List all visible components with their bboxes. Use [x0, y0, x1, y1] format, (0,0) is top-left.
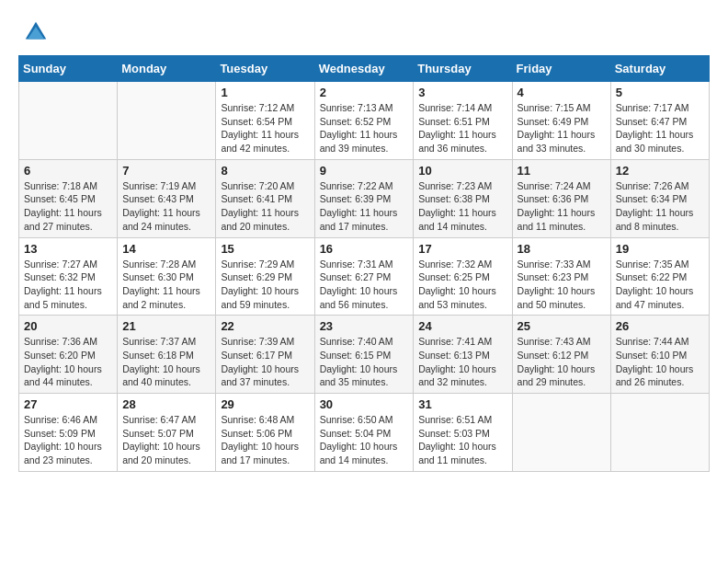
- weekday-header-wednesday: Wednesday: [314, 56, 414, 82]
- calendar-cell: 15 Sunrise: 7:29 AMSunset: 6:29 PMDaylig…: [216, 237, 314, 316]
- day-number: 25: [518, 319, 606, 333]
- day-detail: Sunrise: 7:43 AMSunset: 6:12 PMDaylight:…: [518, 335, 606, 389]
- day-detail: Sunrise: 7:13 AMSunset: 6:52 PMDaylight:…: [320, 101, 409, 155]
- day-number: 11: [518, 164, 606, 178]
- calendar-cell: [118, 82, 216, 160]
- day-detail: Sunrise: 7:27 AMSunset: 6:32 PMDaylight:…: [24, 258, 112, 312]
- calendar-cell: 9 Sunrise: 7:22 AMSunset: 6:39 PMDayligh…: [314, 159, 414, 237]
- day-number: 4: [518, 86, 606, 99]
- calendar-cell: 31 Sunrise: 6:51 AMSunset: 5:03 PMDaylig…: [414, 394, 512, 472]
- calendar-cell: 30 Sunrise: 6:50 AMSunset: 5:04 PMDaylig…: [314, 394, 414, 472]
- day-number: 23: [320, 319, 409, 333]
- day-number: 5: [616, 86, 704, 99]
- calendar-cell: 19 Sunrise: 7:35 AMSunset: 6:22 PMDaylig…: [610, 237, 709, 316]
- calendar-week-row: 1 Sunrise: 7:12 AMSunset: 6:54 PMDayligh…: [19, 82, 710, 160]
- day-detail: Sunrise: 6:46 AMSunset: 5:09 PMDaylight:…: [24, 413, 112, 467]
- day-detail: Sunrise: 7:26 AMSunset: 6:34 PMDaylight:…: [616, 179, 704, 234]
- calendar-cell: 12 Sunrise: 7:26 AMSunset: 6:34 PMDaylig…: [610, 159, 709, 237]
- calendar-cell: 21 Sunrise: 7:37 AMSunset: 6:18 PMDaylig…: [118, 316, 216, 394]
- day-detail: Sunrise: 7:14 AMSunset: 6:51 PMDaylight:…: [418, 101, 506, 155]
- weekday-header-monday: Monday: [118, 56, 216, 82]
- calendar-cell: 18 Sunrise: 7:33 AMSunset: 6:23 PMDaylig…: [512, 237, 610, 316]
- day-number: 13: [24, 242, 112, 256]
- day-number: 9: [320, 164, 409, 178]
- day-detail: Sunrise: 7:35 AMSunset: 6:22 PMDaylight:…: [616, 258, 704, 312]
- day-detail: Sunrise: 7:41 AMSunset: 6:13 PMDaylight:…: [418, 335, 506, 389]
- calendar-cell: 23 Sunrise: 7:40 AMSunset: 6:15 PMDaylig…: [314, 316, 414, 394]
- day-number: 20: [24, 319, 112, 333]
- calendar-cell: 13 Sunrise: 7:27 AMSunset: 6:32 PMDaylig…: [19, 237, 118, 316]
- weekday-header-tuesday: Tuesday: [216, 56, 314, 82]
- day-number: 22: [221, 319, 309, 333]
- day-detail: Sunrise: 7:36 AMSunset: 6:20 PMDaylight:…: [24, 335, 112, 389]
- calendar-cell: 17 Sunrise: 7:32 AMSunset: 6:25 PMDaylig…: [414, 237, 512, 316]
- day-number: 21: [122, 319, 210, 333]
- day-number: 14: [122, 242, 210, 256]
- calendar-cell: 25 Sunrise: 7:43 AMSunset: 6:12 PMDaylig…: [512, 316, 610, 394]
- day-detail: Sunrise: 7:19 AMSunset: 6:43 PMDaylight:…: [122, 179, 210, 234]
- day-detail: Sunrise: 7:18 AMSunset: 6:45 PMDaylight:…: [24, 179, 112, 234]
- day-detail: Sunrise: 7:24 AMSunset: 6:36 PMDaylight:…: [518, 179, 606, 234]
- weekday-header-friday: Friday: [512, 56, 610, 82]
- logo-icon: [22, 18, 50, 46]
- day-detail: Sunrise: 7:28 AMSunset: 6:30 PMDaylight:…: [122, 258, 210, 312]
- day-detail: Sunrise: 6:51 AMSunset: 5:03 PMDaylight:…: [418, 413, 506, 467]
- day-number: 29: [221, 397, 309, 411]
- calendar-cell: 29 Sunrise: 6:48 AMSunset: 5:06 PMDaylig…: [216, 394, 314, 472]
- day-detail: Sunrise: 7:12 AMSunset: 6:54 PMDaylight:…: [221, 101, 309, 155]
- day-detail: Sunrise: 7:32 AMSunset: 6:25 PMDaylight:…: [418, 258, 506, 312]
- calendar-cell: 11 Sunrise: 7:24 AMSunset: 6:36 PMDaylig…: [512, 159, 610, 237]
- day-number: 28: [122, 397, 210, 411]
- calendar-cell: [610, 394, 709, 472]
- day-number: 31: [418, 397, 506, 411]
- day-detail: Sunrise: 7:23 AMSunset: 6:38 PMDaylight:…: [418, 179, 506, 234]
- day-detail: Sunrise: 6:47 AMSunset: 5:07 PMDaylight:…: [122, 413, 210, 467]
- day-number: 30: [320, 397, 409, 411]
- day-detail: Sunrise: 7:39 AMSunset: 6:17 PMDaylight:…: [221, 335, 309, 389]
- day-number: 17: [418, 242, 506, 256]
- day-detail: Sunrise: 7:29 AMSunset: 6:29 PMDaylight:…: [221, 258, 309, 312]
- day-number: 12: [616, 164, 704, 178]
- day-number: 7: [122, 164, 210, 178]
- calendar-cell: 16 Sunrise: 7:31 AMSunset: 6:27 PMDaylig…: [314, 237, 414, 316]
- day-number: 18: [518, 242, 606, 256]
- calendar-cell: 28 Sunrise: 6:47 AMSunset: 5:07 PMDaylig…: [118, 394, 216, 472]
- calendar-cell: 5 Sunrise: 7:17 AMSunset: 6:47 PMDayligh…: [610, 82, 709, 160]
- logo: [18, 18, 50, 46]
- calendar-cell: 20 Sunrise: 7:36 AMSunset: 6:20 PMDaylig…: [19, 316, 118, 394]
- day-detail: Sunrise: 7:20 AMSunset: 6:41 PMDaylight:…: [221, 179, 309, 234]
- day-number: 10: [418, 164, 506, 178]
- day-detail: Sunrise: 7:37 AMSunset: 6:18 PMDaylight:…: [122, 335, 210, 389]
- day-detail: Sunrise: 7:17 AMSunset: 6:47 PMDaylight:…: [616, 101, 704, 155]
- day-number: 3: [418, 86, 506, 99]
- day-detail: Sunrise: 7:22 AMSunset: 6:39 PMDaylight:…: [320, 179, 409, 234]
- day-detail: Sunrise: 6:50 AMSunset: 5:04 PMDaylight:…: [320, 413, 409, 467]
- calendar-cell: 8 Sunrise: 7:20 AMSunset: 6:41 PMDayligh…: [216, 159, 314, 237]
- day-number: 16: [320, 242, 409, 256]
- calendar-cell: [512, 394, 610, 472]
- day-number: 2: [320, 86, 409, 99]
- weekday-header-saturday: Saturday: [610, 56, 709, 82]
- calendar-cell: 7 Sunrise: 7:19 AMSunset: 6:43 PMDayligh…: [118, 159, 216, 237]
- day-number: 6: [24, 164, 112, 178]
- day-number: 26: [616, 319, 704, 333]
- day-number: 27: [24, 397, 112, 411]
- day-number: 8: [221, 164, 309, 178]
- day-detail: Sunrise: 7:40 AMSunset: 6:15 PMDaylight:…: [320, 335, 409, 389]
- day-detail: Sunrise: 7:31 AMSunset: 6:27 PMDaylight:…: [320, 258, 409, 312]
- calendar-cell: [19, 82, 118, 160]
- calendar-cell: 14 Sunrise: 7:28 AMSunset: 6:30 PMDaylig…: [118, 237, 216, 316]
- calendar-cell: 3 Sunrise: 7:14 AMSunset: 6:51 PMDayligh…: [414, 82, 512, 160]
- day-detail: Sunrise: 6:48 AMSunset: 5:06 PMDaylight:…: [221, 413, 309, 467]
- calendar-cell: 22 Sunrise: 7:39 AMSunset: 6:17 PMDaylig…: [216, 316, 314, 394]
- day-number: 19: [616, 242, 704, 256]
- page-header: [18, 18, 710, 46]
- calendar-cell: 27 Sunrise: 6:46 AMSunset: 5:09 PMDaylig…: [19, 394, 118, 472]
- calendar-cell: 24 Sunrise: 7:41 AMSunset: 6:13 PMDaylig…: [414, 316, 512, 394]
- day-detail: Sunrise: 7:33 AMSunset: 6:23 PMDaylight:…: [518, 258, 606, 312]
- day-number: 15: [221, 242, 309, 256]
- calendar-week-row: 27 Sunrise: 6:46 AMSunset: 5:09 PMDaylig…: [19, 394, 710, 472]
- calendar-cell: 26 Sunrise: 7:44 AMSunset: 6:10 PMDaylig…: [610, 316, 709, 394]
- weekday-header-thursday: Thursday: [414, 56, 512, 82]
- calendar-header-row: SundayMondayTuesdayWednesdayThursdayFrid…: [19, 56, 710, 82]
